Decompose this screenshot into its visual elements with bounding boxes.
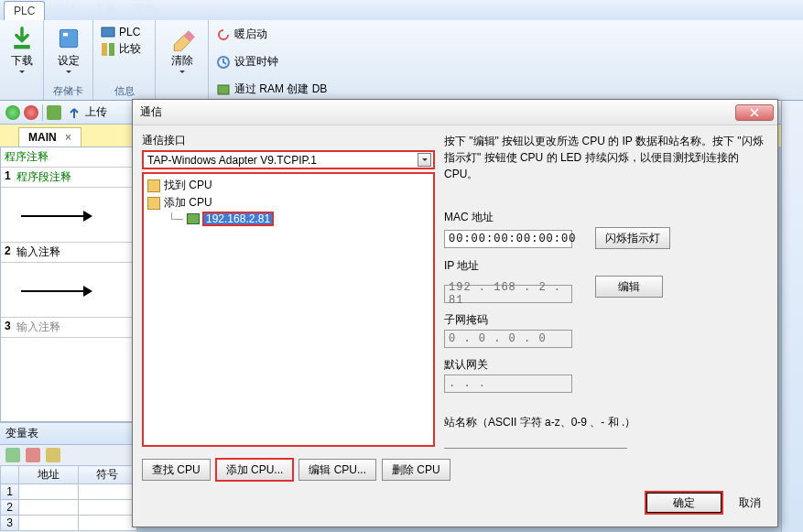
input-comment: 输入注释: [16, 244, 60, 260]
download-button[interactable]: 下载: [5, 24, 38, 75]
variable-table-pane: 变量表 地址符号 1 2 3: [0, 422, 137, 532]
mac-field[interactable]: 00:00:00:00:00:00: [444, 230, 572, 248]
menu-item-tools[interactable]: 工具: [85, 0, 125, 20]
combo-dropdown-button[interactable]: [418, 153, 431, 167]
subnet-field: 0 . 0 . 0 . 0: [444, 330, 572, 348]
gateway-label: 默认网关: [444, 357, 766, 373]
group2-caption: 存储卡: [53, 84, 83, 98]
eraser-icon: [169, 26, 195, 51]
restart-icon: [216, 27, 231, 42]
folder-icon: [147, 197, 160, 210]
compare-button[interactable]: 比较: [99, 40, 143, 58]
dialog-close-button[interactable]: [735, 104, 774, 121]
station-label: 站名称（ASCII 字符 a-z、0-9 、- 和 .）: [444, 415, 766, 430]
right-pane-strip: [781, 101, 803, 532]
toolbar-icon[interactable]: [47, 105, 61, 120]
clock-icon: [216, 55, 231, 70]
createdb-button[interactable]: 通过 RAM 创建 DB: [214, 81, 329, 98]
menu-item-help[interactable]: 帮助: [125, 0, 166, 20]
svg-rect-3: [102, 27, 114, 37]
flash-led-button[interactable]: 闪烁指示灯: [595, 227, 670, 249]
tree-ip-label: 192.168.2.81: [203, 212, 273, 225]
variable-table-title: 变量表: [0, 422, 137, 445]
chevron-down-icon: [422, 158, 428, 161]
doc-tab-main[interactable]: MAIN ×: [18, 127, 81, 147]
upload-button[interactable]: 上传: [65, 103, 109, 121]
tree-add-cpu[interactable]: 添加 CPU: [147, 194, 429, 212]
setup-button[interactable]: 设定: [52, 24, 85, 75]
dialog-confirm-buttons: 确定 取消: [646, 492, 761, 514]
table-row: 2: [1, 500, 137, 516]
dropdown-icon: [179, 71, 185, 73]
stop-icon[interactable]: [24, 105, 38, 120]
tree-ip-node[interactable]: └─ 192.168.2.81: [147, 212, 429, 226]
cpu-tree[interactable]: 找到 CPU 添加 CPU └─ 192.168.2.81: [142, 172, 435, 447]
warmstart-label: 暖启动: [234, 27, 267, 42]
ribbon: 下载 设定 存储卡 PLC 比较 信息 清除: [0, 20, 803, 101]
subnet-label: 子网掩码: [444, 312, 766, 328]
vt-misc-icon[interactable]: [46, 448, 60, 462]
dialog-titlebar[interactable]: 通信: [133, 100, 777, 125]
add-cpu-button[interactable]: 添加 CPU...: [216, 459, 294, 481]
tree-find-cpu[interactable]: 找到 CPU: [147, 177, 429, 194]
program-comment: 程序注释: [5, 149, 49, 165]
plc-label: PLC: [119, 26, 140, 38]
download-icon: [9, 26, 35, 51]
svg-rect-4: [102, 43, 107, 56]
menu-tab-plc[interactable]: PLC: [4, 1, 45, 20]
rung-number: 2: [5, 244, 11, 260]
svg-rect-2: [62, 33, 67, 37]
ip-field: 192 . 168 . 2 . 81: [444, 285, 572, 303]
edit-ip-button[interactable]: 编辑: [595, 276, 663, 298]
station-name-input[interactable]: [444, 432, 627, 449]
vt-add-icon[interactable]: [5, 448, 20, 462]
menu-item-debug[interactable]: 调试: [45, 0, 85, 20]
interface-label: 通信接口: [142, 133, 435, 148]
delete-cpu-button[interactable]: 删除 CPU: [382, 459, 450, 481]
cancel-button[interactable]: 取消: [739, 495, 761, 511]
col-address[interactable]: 地址: [19, 466, 79, 484]
warmstart-button[interactable]: 暖启动: [214, 26, 269, 43]
plc-icon: [101, 25, 115, 39]
cpu-action-buttons: 查找 CPU 添加 CPU... 编辑 CPU... 删除 CPU: [142, 459, 450, 481]
find-cpu-button[interactable]: 查找 CPU: [142, 459, 211, 481]
download-label: 下载: [11, 53, 33, 69]
interface-combo[interactable]: TAP-Windows Adapter V9.TCPIP.1: [142, 150, 435, 169]
svg-rect-5: [109, 43, 114, 56]
tree-add-cpu-label: 添加 CPU: [164, 195, 212, 211]
rung-number: 3: [5, 320, 11, 335]
table-row: 3: [1, 516, 137, 531]
compare-label: 比较: [119, 41, 141, 57]
dropdown-icon: [66, 71, 71, 73]
cpu-icon: [187, 213, 200, 224]
ip-label: IP 地址: [444, 258, 766, 274]
setclock-button[interactable]: 设置时钟: [214, 53, 280, 71]
vt-delete-icon[interactable]: [26, 448, 40, 462]
rung-2[interactable]: [1, 263, 136, 318]
col-symbol[interactable]: 符号: [78, 466, 137, 484]
compare-icon: [101, 42, 115, 57]
createdb-label: 通过 RAM 创建 DB: [234, 81, 327, 97]
ok-button[interactable]: 确定: [646, 492, 722, 514]
upload-icon: [67, 105, 81, 120]
interface-value: TAP-Windows Adapter V9.TCPIP.1: [147, 154, 317, 167]
tree-connector-icon: └─: [168, 212, 183, 225]
rung-1[interactable]: [1, 188, 136, 243]
run-icon[interactable]: [5, 105, 20, 120]
plc-button[interactable]: PLC: [99, 24, 142, 40]
ladder-editor: 程序注释 1程序段注释 2输入注释 3输入注释: [0, 147, 137, 422]
mac-label: MAC 地址: [444, 210, 766, 225]
segment-comment: 程序段注释: [16, 169, 71, 185]
menu-bar: PLC 调试 工具 帮助: [0, 0, 803, 20]
close-icon[interactable]: ×: [65, 131, 71, 144]
svg-rect-9: [218, 85, 229, 94]
dialog-description: 按下 "编辑" 按钮以更改所选 CPU 的 IP 数据和站名称。按下 "闪烁指示…: [444, 133, 766, 182]
ram-db-icon: [216, 82, 231, 97]
clear-button[interactable]: 清除: [166, 24, 199, 75]
gateway-field: . . .: [444, 375, 572, 393]
variable-table[interactable]: 地址符号 1 2 3: [0, 465, 137, 531]
communication-dialog: 通信 通信接口 TAP-Windows Adapter V9.TCPIP.1 找…: [132, 99, 778, 527]
edit-cpu-button[interactable]: 编辑 CPU...: [298, 459, 376, 481]
doc-tab-label: MAIN: [28, 131, 57, 144]
setclock-label: 设置时钟: [234, 54, 278, 70]
